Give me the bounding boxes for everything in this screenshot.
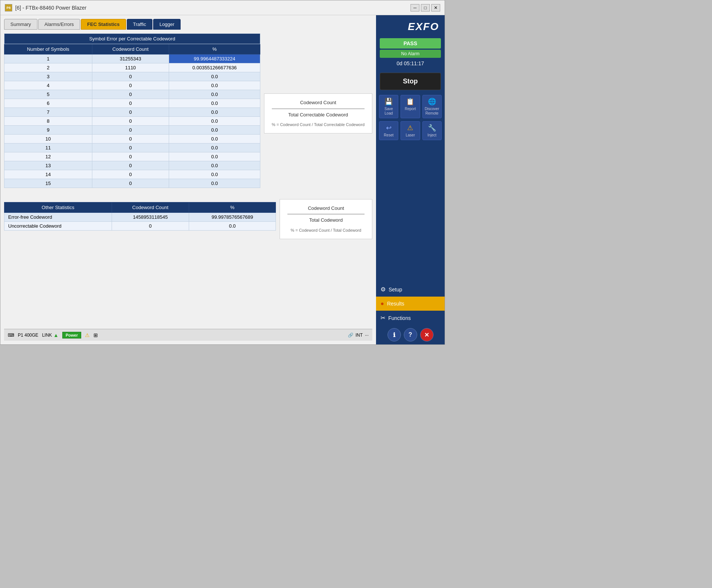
other-stats-section: Other Statistics Codeword Count % Error-… — [4, 199, 372, 239]
no-alarm-indicator: No Alarm — [380, 50, 441, 58]
table-row: 2 1110 0.003551266677636 — [4, 63, 260, 72]
bottom-buttons: ℹ ? ✕ — [376, 325, 445, 344]
exfo-logo: EXFO — [408, 21, 439, 32]
status-link: LINK ▲ — [42, 332, 59, 338]
save-icon: 💾 — [385, 98, 393, 106]
status-right: 🔗 INT ··· — [348, 333, 369, 338]
cell-count: 31255343 — [92, 54, 169, 63]
close-red-button[interactable]: ✕ — [420, 328, 434, 341]
formula2-numerator: Codeword Count — [287, 204, 365, 212]
symbol-error-table: Symbol Error per Correctable Codeword Nu… — [4, 33, 260, 188]
info-icon: ℹ — [393, 331, 395, 338]
tab-summary[interactable]: Summary — [4, 19, 37, 30]
report-label: Report — [405, 107, 416, 111]
table-row: 13 0 0.0 — [4, 161, 260, 170]
col-pct: % — [169, 44, 260, 54]
tab-traffic[interactable]: Traffic — [127, 19, 152, 30]
col-codeword-count: Codeword Count — [92, 44, 169, 54]
int-icon: 🔗 — [348, 333, 353, 338]
tab-alarms[interactable]: Alarms/Errors — [38, 19, 80, 30]
discover-remote-button[interactable]: 🌐 Discover Remote — [422, 95, 442, 118]
functions-icon: ✂ — [380, 314, 385, 321]
title-buttons: ─ □ ✕ — [411, 4, 440, 11]
laser-label: Laser — [406, 133, 415, 138]
symbol-error-main-header: Symbol Error per Correctable Codeword — [4, 34, 260, 44]
exfo-logo-area: EXFO — [376, 15, 445, 38]
pass-indicator: PASS — [380, 38, 441, 49]
action-buttons-row2: ↩ Reset ⚠ Laser 🔧 Inject — [376, 121, 445, 143]
keyboard-icon: ⌨ — [8, 333, 14, 338]
formula-box-2: Codeword Count Total Codeword % = Codewo… — [280, 199, 372, 239]
formula-numerator: Codeword Count — [272, 98, 365, 107]
other-stats-label-0: Error-free Codeword — [4, 212, 112, 221]
main-window: P8 [6] - FTBx-88460 Power Blazer ─ □ ✕ S… — [0, 0, 445, 345]
other-stats-table: Other Statistics Codeword Count % Error-… — [4, 202, 276, 231]
info-button[interactable]: ℹ — [388, 328, 401, 341]
other-stats-label-1: Uncorrectable Codeword — [4, 221, 112, 230]
other-stats-table-container: Other Statistics Codeword Count % Error-… — [4, 202, 276, 231]
table-row: 6 0 0.0 — [4, 99, 260, 108]
table-row: 5 0 0.0 — [4, 90, 260, 99]
symbol-error-table-container: Symbol Error per Correctable Codeword Nu… — [4, 33, 260, 188]
help-icon: ? — [409, 331, 412, 338]
tab-logger[interactable]: Logger — [153, 19, 181, 30]
results-label: Results — [387, 301, 405, 307]
grid-icon: ⊞ — [93, 332, 98, 338]
power-button[interactable]: Power — [62, 332, 81, 338]
inject-button[interactable]: 🔧 Inject — [422, 121, 442, 140]
int-label: INT — [356, 333, 363, 338]
other-stats-count-1: 0 — [112, 221, 189, 230]
right-panel: EXFO PASS No Alarm 0d 05:11:17 Stop 💾 Sa… — [376, 15, 445, 344]
tab-fec[interactable]: FEC Statistics — [81, 19, 126, 30]
table-row: 14 0 0.0 — [4, 170, 260, 179]
main-content: Summary Alarms/Errors FEC Statistics Tra… — [0, 15, 445, 344]
action-buttons-row1: 💾 Save Load 📋 Report 🌐 Discover Remote — [376, 92, 445, 121]
setup-label: Setup — [389, 287, 402, 293]
table-row: 11 0 0.0 — [4, 143, 260, 152]
stop-button[interactable]: Stop — [380, 73, 441, 90]
results-icon: ● — [380, 300, 384, 307]
functions-label: Functions — [388, 315, 411, 321]
cell-pct: 0.003551266677636 — [169, 63, 260, 72]
table-row: Uncorrectable Codeword 0 0.0 — [4, 221, 276, 230]
col-num-symbols: Number of Symbols — [4, 44, 92, 54]
warning-icon: ⚠ — [85, 332, 90, 338]
status-grid: ⊞ — [93, 332, 98, 338]
symbol-error-col-headers: Number of Symbols Codeword Count % — [4, 44, 260, 54]
setup-icon: ⚙ — [380, 286, 386, 293]
table-row: 7 0 0.0 — [4, 108, 260, 117]
maximize-button[interactable]: □ — [421, 4, 430, 11]
other-stats-pct-0: 99.9978576567689 — [189, 212, 276, 221]
title-bar-left: P8 [6] - FTBx-88460 Power Blazer — [5, 4, 86, 11]
menu-results[interactable]: ● Results — [376, 297, 445, 311]
cell-symbols: 2 — [4, 63, 92, 72]
report-icon: 📋 — [406, 98, 414, 106]
tabs-bar: Summary Alarms/Errors FEC Statistics Tra… — [4, 19, 372, 30]
app-icon: P8 — [5, 4, 12, 11]
save-load-label: Save Load — [381, 107, 396, 116]
cell-symbols: 1 — [4, 54, 92, 63]
formula2-denominator: Total Codeword — [287, 216, 365, 224]
inject-label: Inject — [428, 133, 436, 138]
symbol-error-title: Symbol Error per Correctable Codeword — [4, 34, 260, 44]
minimize-button[interactable]: ─ — [411, 4, 419, 11]
other-stats-col-1: Codeword Count — [112, 202, 189, 212]
link-arrow-icon: ▲ — [53, 332, 59, 338]
reset-button[interactable]: ↩ Reset — [379, 121, 398, 140]
formula-note: % = Codeword Count / Total Correctable C… — [272, 121, 365, 129]
menu-functions[interactable]: ✂ Functions — [376, 311, 445, 325]
status-dots: ··· — [365, 333, 369, 338]
table-row: 15 0 0.0 — [4, 179, 260, 188]
status-bar: ⌨ P1 400GE LINK ▲ Power ⚠ ⊞ — [4, 329, 372, 341]
save-load-button[interactable]: 💾 Save Load — [379, 95, 398, 118]
laser-button[interactable]: ⚠ Laser — [400, 121, 420, 140]
table-row: 12 0 0.0 — [4, 152, 260, 161]
other-stats-header: Other Statistics Codeword Count % — [4, 202, 276, 212]
reset-label: Reset — [384, 133, 393, 138]
formula2-note: % = Codeword Count / Total Codeword — [287, 227, 365, 234]
close-button[interactable]: ✕ — [431, 4, 440, 11]
menu-setup[interactable]: ⚙ Setup — [376, 282, 445, 297]
table-row: 3 0 0.0 — [4, 72, 260, 81]
help-button[interactable]: ? — [404, 328, 417, 341]
report-button[interactable]: 📋 Report — [400, 95, 420, 118]
